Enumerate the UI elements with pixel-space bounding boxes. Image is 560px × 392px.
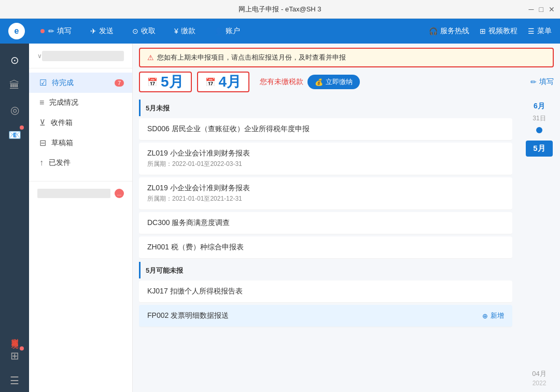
add-label: 新增 <box>491 311 504 320</box>
sidebar-icon-doc[interactable]: ☰ <box>3 369 26 392</box>
send-icon: ✈ <box>90 27 96 35</box>
main-content: 5月未报 SD006 居民企业（查账征收）企业所得税年度申报 ZL019 小企业… <box>133 96 519 392</box>
nav-item-inbox[interactable]: ⊻ 收件箱 <box>29 113 132 133</box>
nav-item-draft[interactable]: ⊟ 草稿箱 <box>29 133 132 153</box>
nav-menu[interactable]: ☰ 菜单 <box>528 26 552 36</box>
left-panel-header[interactable]: ∨ <box>29 44 132 68</box>
nav-hotline[interactable]: 🎧 服务热线 <box>429 26 469 36</box>
month5-label: 5月 <box>161 75 184 89</box>
content-area: ⚠ 您如有上期未申报项目，请点击相应报送月份，及时查看并申报 📅 5月 📅 4月… <box>133 44 560 392</box>
nav-menu: ☑ 待完成 7 ≡ 完成情况 ⊻ 收件箱 ⊟ 草稿箱 ↑ 已发件 <box>29 68 132 177</box>
warning-banner: ⚠ 您如有上期未申报项目，请点击相应报送月份，及时查看并申报 <box>139 48 554 67</box>
list-item[interactable]: SD006 居民企业（查账征收）企业所得税年度申报 <box>139 118 512 141</box>
nav-send[interactable]: ✈ 发送 <box>87 24 117 38</box>
pending-badge: 7 <box>115 79 124 87</box>
list-item[interactable]: ZL019 小企业会计准则财务报表 所属期：2021-01-01至2021-12… <box>139 177 512 210</box>
completed-label: 完成情况 <box>49 98 78 107</box>
sidebar-icon-compass[interactable]: ◎ <box>3 99 26 121</box>
section-header-may-unreported: 5月未报 <box>139 100 512 116</box>
add-action-button[interactable]: ⊕ 新增 <box>482 311 504 320</box>
item-sub-1: 所属期：2022-01-01至2022-03-31 <box>147 160 250 169</box>
window-title: 网上电子申报 - eTax@SH 3 <box>239 5 321 14</box>
draft-label: 草稿箱 <box>51 138 73 148</box>
nav-receive[interactable]: ⊙ 收取 <box>129 24 159 38</box>
list-item-content: ZH001 税（费）种综合申报表 <box>147 243 244 252</box>
timeline-month6: 6月 <box>534 102 545 111</box>
nav-item-completed[interactable]: ≡ 完成情况 <box>29 93 132 113</box>
list-item-content: ZL019 小企业会计准则财务报表 所属期：2022-01-01至2022-03… <box>147 149 250 169</box>
inbox-icon: ⊻ <box>39 118 46 128</box>
bottom-notification-dot <box>20 346 24 351</box>
nav-hotline-label: 服务热线 <box>440 26 469 36</box>
nav-item-sent[interactable]: ↑ 已发件 <box>29 153 132 173</box>
pay-now-label: 立即缴纳 <box>326 77 353 87</box>
pay-now-button[interactable]: 💰 立即缴纳 <box>307 75 360 89</box>
collapse-icon[interactable]: ∨ <box>37 52 42 60</box>
add-icon: ⊕ <box>482 312 488 320</box>
menu-icon: ☰ <box>528 27 535 35</box>
sidebar-icon-email[interactable]: 📧 <box>3 123 26 146</box>
nav-account-label: 账户 <box>226 26 240 36</box>
timeline-month5-badge[interactable]: 5月 <box>526 141 552 157</box>
window-controls: ─ □ ✕ <box>529 5 555 13</box>
nav-send-label: 发送 <box>99 26 114 36</box>
list-item[interactable]: DC300 服务商满意度调查 <box>139 212 512 234</box>
pending-icon: ☑ <box>39 78 47 88</box>
sidebar-icon-bottom[interactable]: ⊞ <box>3 344 26 367</box>
second-company-placeholder <box>37 189 110 198</box>
title-bar: 网上电子申报 - eTax@SH 3 ─ □ ✕ <box>0 0 560 19</box>
nav-receive-label: 收取 <box>141 26 156 36</box>
icon-sidebar: ⊙ 🏛 ◎ 📧 测试环境 ⊞ ☰ <box>0 44 29 392</box>
nav-video-label: 视频教程 <box>488 26 517 36</box>
nav-pay[interactable]: ¥ 缴款 <box>171 24 199 38</box>
receive-icon: ⊙ <box>132 27 138 35</box>
item-title-3: DC300 服务商满意度调查 <box>147 218 230 228</box>
section-header-may-maybe: 5月可能未报 <box>139 262 512 278</box>
video-icon: ⊞ <box>480 27 486 35</box>
restore-button[interactable]: □ <box>539 5 543 13</box>
item-title-0: SD006 居民企业（查账征收）企业所得税年度申报 <box>147 124 310 134</box>
list-item[interactable]: ZH001 税（费）种综合申报表 <box>139 236 512 259</box>
warning-icon: ⚠ <box>147 53 154 62</box>
minimize-button[interactable]: ─ <box>529 5 534 13</box>
close-button[interactable]: ✕ <box>549 5 555 13</box>
list-item-content: ZL019 小企业会计准则财务报表 所属期：2021-01-01至2021-12… <box>147 184 250 203</box>
month4-tab[interactable]: 📅 4月 <box>197 72 250 92</box>
month5-tab[interactable]: 📅 5月 <box>139 72 192 92</box>
nav-fill-icon: ✏ <box>48 27 54 35</box>
sidebar-icon-home[interactable]: ⊙ <box>3 49 26 72</box>
email-notification-dot <box>20 125 24 130</box>
item-title-2: ZL019 小企业会计准则财务报表 <box>147 184 250 193</box>
inbox-label: 收件箱 <box>51 118 73 128</box>
nav-account[interactable]: 👤 账户 <box>211 24 243 38</box>
write-button[interactable]: ✏ 填写 <box>530 77 554 87</box>
month-bar: 📅 5月 📅 4月 您有未缴税款 💰 立即缴纳 ✏ 填写 <box>133 69 560 96</box>
left-panel: ∨ ☑ 待完成 7 ≡ 完成情况 ⊻ 收件箱 ⊟ 草稿箱 ↑ <box>29 44 133 392</box>
sidebar-icon-bank[interactable]: 🏛 <box>3 74 26 96</box>
list-item[interactable]: KJ017 扣缴个人所得税报告表 <box>139 281 512 303</box>
tax-notice: 您有未缴税款 💰 立即缴纳 <box>260 75 360 89</box>
pending-label: 待完成 <box>52 78 74 88</box>
timeline-day31: 31日 <box>533 114 545 123</box>
cal5-icon: 📅 <box>147 77 158 87</box>
list-item-content: DC300 服务商满意度调查 <box>147 218 230 228</box>
list-item-highlighted[interactable]: FP002 发票明细数据报送 ⊕ 新增 <box>139 305 512 327</box>
month4-label: 4月 <box>219 75 242 89</box>
list-item[interactable]: ZL019 小企业会计准则财务报表 所属期：2022-01-01至2022-03… <box>139 143 512 175</box>
draft-icon: ⊟ <box>39 138 46 148</box>
timeline-area: 6月 31日 5月 04月 2022 <box>519 96 560 392</box>
left-panel-second-section: ... <box>29 181 132 205</box>
list-area[interactable]: 5月未报 SD006 居民企业（查账征收）企业所得税年度申报 ZL019 小企业… <box>133 96 519 392</box>
main-layout: ⊙ 🏛 ◎ 📧 测试环境 ⊞ ☰ ∨ ☑ 待完成 7 ≡ 完 <box>0 44 560 392</box>
item-title-kj017: KJ017 扣缴个人所得税报告表 <box>147 287 243 296</box>
nav-fill[interactable]: ✏ 填写 <box>37 24 75 38</box>
write-icon: ✏ <box>530 78 537 86</box>
app-logo: e <box>8 23 25 39</box>
timeline-year: 2022 <box>533 380 547 387</box>
item-sub-2: 所属期：2021-01-01至2021-12-31 <box>147 194 250 203</box>
sent-icon: ↑ <box>39 158 44 167</box>
nav-video[interactable]: ⊞ 视频教程 <box>480 26 517 36</box>
list-item-content: FP002 发票明细数据报送 <box>147 311 482 320</box>
second-company-item[interactable]: ... <box>33 186 128 201</box>
nav-item-pending[interactable]: ☑ 待完成 7 <box>29 73 132 93</box>
